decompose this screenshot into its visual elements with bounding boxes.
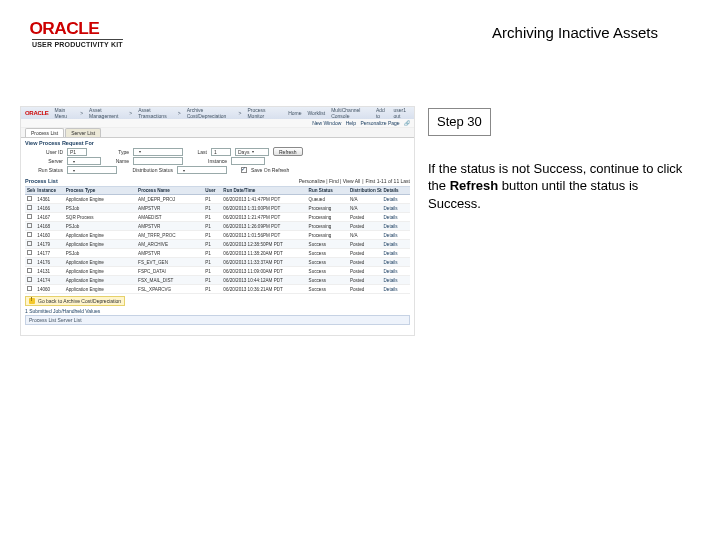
refresh-button[interactable]: Refresh	[273, 147, 303, 156]
row-checkbox[interactable]	[27, 205, 32, 210]
process-table: Select Instance Process Type Process Nam…	[25, 187, 410, 294]
col-time[interactable]: Run Date/Time	[221, 187, 306, 195]
tab-process-list[interactable]: Process List	[25, 128, 64, 137]
cell-type: PSJob	[64, 204, 136, 213]
cell-diststatus: N/A	[348, 195, 382, 204]
cell-time: 06/20/2013 1:41:47PM PDT	[221, 195, 306, 204]
name-label: Name	[105, 158, 129, 164]
col-select[interactable]: Select	[25, 187, 35, 195]
submitted-status-link[interactable]: 1 Submitted Job/Handheld Values	[21, 306, 414, 314]
name-field[interactable]	[133, 157, 183, 165]
top-link[interactable]: Home	[288, 110, 301, 116]
row-checkbox[interactable]	[27, 196, 32, 201]
details-link[interactable]: Details	[382, 249, 410, 258]
details-link[interactable]: Details	[382, 285, 410, 294]
nav-item[interactable]: Archive Cost/Depreciation	[187, 107, 233, 119]
details-link[interactable]: Details	[382, 204, 410, 213]
save-on-refresh-checkbox[interactable]	[241, 167, 247, 173]
cell-type: Application Engine	[64, 267, 136, 276]
cell-type: Application Engine	[64, 285, 136, 294]
new-window-link[interactable]: New Window	[312, 120, 341, 126]
nav-item[interactable]: Asset Transactions	[138, 107, 172, 119]
details-link[interactable]: Details	[382, 258, 410, 267]
last-unit-select[interactable]: Days	[235, 148, 269, 156]
col-name[interactable]: Process Name	[136, 187, 203, 195]
last-value-field[interactable]: 1	[211, 148, 231, 156]
cell-instance: 14361	[35, 195, 63, 204]
cell-name: FSPC_DATAI	[136, 267, 203, 276]
cell-type: Application Engine	[64, 276, 136, 285]
nav-item[interactable]: Main Menu	[55, 107, 75, 119]
cell-instance: 14168	[35, 222, 63, 231]
help-link[interactable]: Help	[346, 120, 356, 126]
cell-instance: 14160	[35, 231, 63, 240]
col-details[interactable]: Details	[382, 187, 410, 195]
cell-user: P1	[203, 267, 221, 276]
step-label: Step 30	[428, 108, 491, 136]
table-header-row: Select Instance Process Type Process Nam…	[25, 187, 410, 195]
row-checkbox[interactable]	[27, 214, 32, 219]
personalize-link[interactable]: Personalize Page	[360, 120, 399, 126]
cell-runstatus: Success	[307, 249, 348, 258]
table-row: 14060Application EngineFSL_XPARCVGP106/2…	[25, 285, 410, 294]
col-instance[interactable]: Instance	[35, 187, 63, 195]
cell-name: FSX_MAIL_DIST	[136, 276, 203, 285]
cell-time: 06/20/2013 1:31:00PM PDT	[221, 204, 306, 213]
cell-runstatus: Processing	[307, 204, 348, 213]
user-id-label: User ID	[25, 149, 63, 155]
save-on-refresh-label: Save On Refresh	[251, 167, 289, 173]
cell-runstatus: Success	[307, 267, 348, 276]
user-id-field[interactable]: P1	[67, 148, 87, 156]
nav-item[interactable]: Asset Management	[89, 107, 123, 119]
cell-type: Application Engine	[64, 231, 136, 240]
link-icon[interactable]: 🔗	[404, 120, 410, 126]
cell-name: AM_DEPR_PROJ	[136, 195, 203, 204]
row-checkbox[interactable]	[27, 259, 32, 264]
cell-user: P1	[203, 285, 221, 294]
diststatus-select[interactable]	[177, 166, 227, 174]
row-checkbox[interactable]	[27, 223, 32, 228]
cell-type: Application Engine	[64, 195, 136, 204]
cell-runstatus: Success	[307, 240, 348, 249]
type-label: Type	[91, 149, 129, 155]
tab-server-list[interactable]: Server List	[65, 128, 101, 137]
details-link[interactable]: Details	[382, 276, 410, 285]
col-diststatus[interactable]: Distribution Status	[348, 187, 382, 195]
type-select[interactable]	[133, 148, 183, 156]
cell-runstatus: Success	[307, 258, 348, 267]
top-link[interactable]: MultiChannel Console	[331, 107, 370, 119]
row-checkbox[interactable]	[27, 232, 32, 237]
row-checkbox[interactable]	[27, 268, 32, 273]
details-link[interactable]: Details	[382, 231, 410, 240]
top-link[interactable]: Add to	[376, 107, 387, 119]
col-user[interactable]: User	[203, 187, 221, 195]
top-link[interactable]: Worklist	[307, 110, 325, 116]
col-type[interactable]: Process Type	[64, 187, 136, 195]
rows-actions[interactable]: Personalize | Find | View All	[299, 178, 360, 184]
row-checkbox[interactable]	[27, 250, 32, 255]
instance-field[interactable]	[231, 157, 265, 165]
server-select[interactable]	[67, 157, 101, 165]
tab-row: Process List Server List	[21, 128, 414, 138]
details-link[interactable]: Details	[382, 240, 410, 249]
cell-diststatus: Posted	[348, 267, 382, 276]
user-label[interactable]: user1 out	[393, 107, 410, 119]
last-label: Last	[187, 149, 207, 155]
back-link-row[interactable]: Go back to Archive Cost/Depreciation	[25, 296, 125, 306]
runstatus-select[interactable]	[67, 166, 117, 174]
details-link[interactable]: Details	[382, 267, 410, 276]
row-checkbox[interactable]	[27, 286, 32, 291]
details-link[interactable]: Details	[382, 213, 410, 222]
cell-name: FS_EVT_GEN	[136, 258, 203, 267]
nav-item[interactable]: Process Monitor	[247, 107, 276, 119]
cell-diststatus: Posted	[348, 258, 382, 267]
details-link[interactable]: Details	[382, 195, 410, 204]
cell-type: SQR Process	[64, 213, 136, 222]
row-checkbox[interactable]	[27, 241, 32, 246]
col-runstatus[interactable]: Run Status	[307, 187, 348, 195]
cell-user: P1	[203, 213, 221, 222]
cell-diststatus: Posted	[348, 240, 382, 249]
server-label: Server	[25, 158, 63, 164]
details-link[interactable]: Details	[382, 222, 410, 231]
row-checkbox[interactable]	[27, 277, 32, 282]
